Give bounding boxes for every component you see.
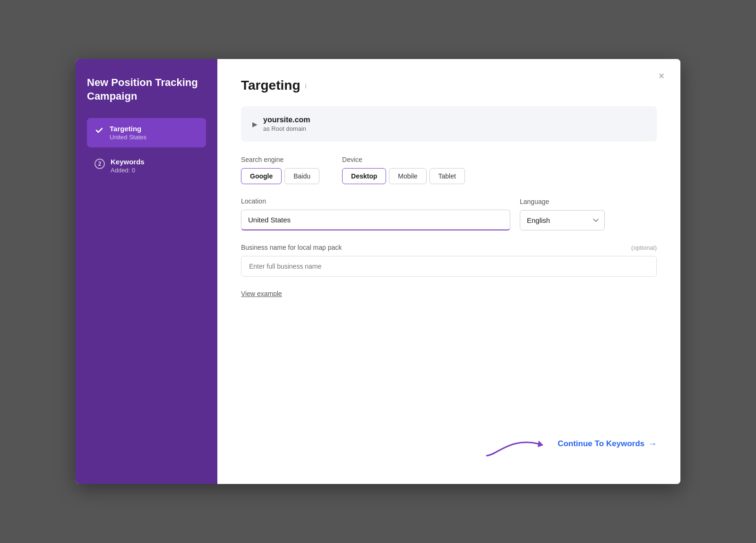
domain-info: yoursite.com as Root domain xyxy=(263,116,310,132)
language-select[interactable]: English Spanish French German Chinese xyxy=(520,210,605,230)
language-group: Language English Spanish French German C… xyxy=(520,198,605,230)
device-tablet-button[interactable]: Tablet xyxy=(430,168,465,184)
device-group: Device Desktop Mobile Tablet xyxy=(342,156,465,184)
search-engine-label: Search engine xyxy=(241,156,319,163)
modal: New Position Tracking Campaign Targeting… xyxy=(76,59,680,484)
chevron-right-icon: ▶ xyxy=(252,120,258,128)
sidebar-item-targeting[interactable]: Targeting United States xyxy=(87,118,206,147)
business-header: Business name for local map pack (option… xyxy=(241,244,657,251)
close-button[interactable]: × xyxy=(654,68,669,84)
location-input[interactable] xyxy=(241,210,510,230)
view-example-link[interactable]: View example xyxy=(241,290,282,297)
keywords-step-number: 2 xyxy=(94,159,105,169)
optional-label: (optional) xyxy=(631,244,657,251)
sidebar-targeting-label: Targeting xyxy=(110,125,146,133)
continue-section: Continue To Keywords → xyxy=(482,427,657,460)
search-engine-group: Search engine Google Baidu xyxy=(241,156,319,184)
business-name-input[interactable] xyxy=(241,256,657,277)
curved-arrow-icon xyxy=(482,427,558,460)
domain-card[interactable]: ▶ yoursite.com as Root domain xyxy=(241,106,657,142)
device-buttons: Desktop Mobile Tablet xyxy=(342,168,465,184)
device-desktop-button[interactable]: Desktop xyxy=(342,168,386,184)
location-group: Location xyxy=(241,197,510,230)
location-label: Location xyxy=(241,197,510,205)
sidebar: New Position Tracking Campaign Targeting… xyxy=(76,59,217,484)
language-label: Language xyxy=(520,198,605,205)
main-content: × Targeting i ▶ yoursite.com as Root dom… xyxy=(217,59,680,484)
svg-marker-0 xyxy=(538,441,543,447)
sidebar-keywords-sublabel: Added: 0 xyxy=(111,167,145,174)
arrow-right-icon: → xyxy=(648,439,657,449)
checkmark-icon xyxy=(94,126,104,135)
search-engine-baidu-button[interactable]: Baidu xyxy=(284,168,319,184)
device-label: Device xyxy=(342,156,465,163)
continue-button-label: Continue To Keywords xyxy=(558,439,644,449)
search-engine-google-button[interactable]: Google xyxy=(241,168,282,184)
device-mobile-button[interactable]: Mobile xyxy=(389,168,426,184)
sidebar-targeting-sublabel: United States xyxy=(110,134,146,141)
options-row: Search engine Google Baidu Device Deskto… xyxy=(241,156,657,184)
search-engine-buttons: Google Baidu xyxy=(241,168,319,184)
page-title: Targeting xyxy=(241,78,300,93)
page-header: Targeting i xyxy=(241,78,657,93)
sidebar-item-keywords[interactable]: 2 Keywords Added: 0 xyxy=(87,151,206,180)
domain-name: yoursite.com xyxy=(263,116,310,124)
info-icon[interactable]: i xyxy=(305,82,306,90)
business-label: Business name for local map pack xyxy=(241,244,342,251)
sidebar-keywords-label: Keywords xyxy=(111,158,145,166)
domain-type: as Root domain xyxy=(263,125,310,132)
sidebar-campaign-title: New Position Tracking Campaign xyxy=(87,76,206,103)
location-language-row: Location Language English Spanish French… xyxy=(241,197,657,230)
continue-to-keywords-button[interactable]: Continue To Keywords → xyxy=(558,439,657,449)
business-section: Business name for local map pack (option… xyxy=(241,244,657,277)
